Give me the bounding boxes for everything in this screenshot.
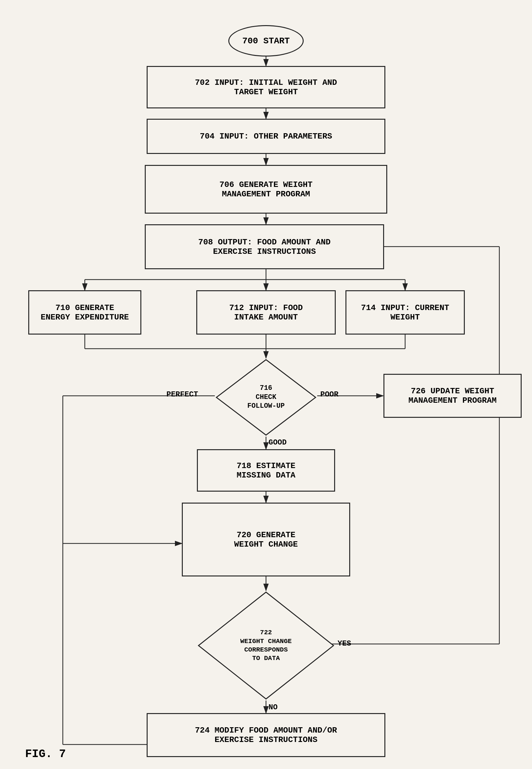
label-yes: YES xyxy=(338,639,351,648)
node-718: 718 ESTIMATE MISSING DATA xyxy=(197,449,335,492)
node-726: 726 UPDATE WEIGHT MANAGEMENT PROGRAM xyxy=(383,374,522,418)
label-poor: POOR xyxy=(320,390,339,399)
label-no: NO xyxy=(269,703,278,712)
node-716-diamond: 716 CHECK FOLLOW-UP xyxy=(215,358,317,437)
label-perfect: PERFECT xyxy=(166,390,198,399)
node-714: 714 INPUT: CURRENT WEIGHT xyxy=(345,290,465,335)
node-704: 704 INPUT: OTHER PARAMETERS xyxy=(147,119,385,154)
node-724: 724 MODIFY FOOD AMOUNT AND/OR EXERCISE I… xyxy=(147,713,385,757)
node-706: 706 GENERATE WEIGHT MANAGEMENT PROGRAM xyxy=(145,165,387,214)
label-good: GOOD xyxy=(269,438,287,447)
node-708: 708 OUTPUT: FOOD AMOUNT AND EXERCISE INS… xyxy=(145,224,384,269)
diagram-container: 700 START 702 INPUT: INITIAL WEIGHT AND … xyxy=(0,0,532,769)
node-700-start: 700 START xyxy=(228,25,304,57)
node-702: 702 INPUT: INITIAL WEIGHT AND TARGET WEI… xyxy=(147,66,385,108)
node-712: 712 INPUT: FOOD INTAKE AMOUNT xyxy=(196,290,336,335)
node-722-diamond: 722 WEIGHT CHANGE CORRESPONDS TO DATA xyxy=(197,591,335,701)
node-720: 720 GENERATE WEIGHT CHANGE xyxy=(182,503,350,576)
figure-label: FIG. 7 xyxy=(25,748,66,761)
node-710: 710 GENERATE ENERGY EXPENDITURE xyxy=(28,290,141,335)
